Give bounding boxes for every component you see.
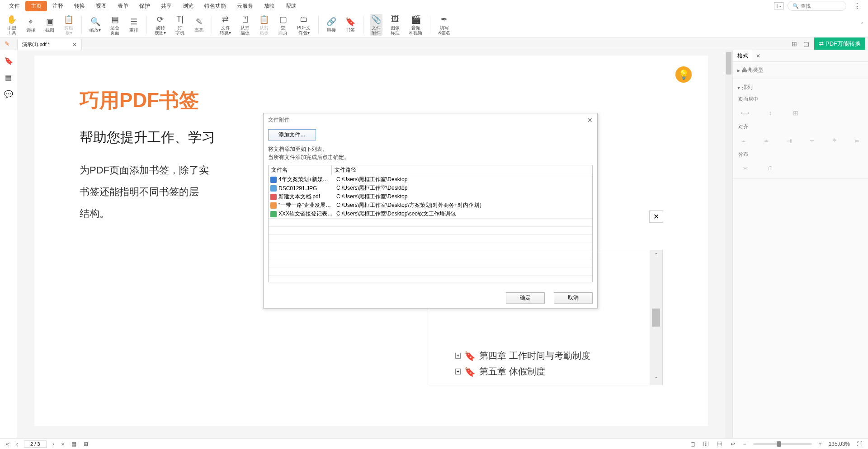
dropdown-icon[interactable]: ⫿▾ [774,2,784,9]
ribbon-空白页[interactable]: ▢空 白页 [277,14,289,36]
ribbon-缩放[interactable]: 🔍缩放▾ [88,16,102,33]
prev-page-icon[interactable]: ‹ [15,441,19,447]
ribbon-文件转换[interactable]: ⇄文件 转换▾ [218,14,232,36]
file-row[interactable]: DSC01291.JPGC:\Users\黑框工作室\Desktop [269,184,592,192]
tab-format[interactable]: 格式 [733,50,753,61]
highlight-tool-icon[interactable]: ✎ [5,40,10,47]
fullscreen-icon[interactable]: ⛶ [855,441,863,447]
ribbon-链接[interactable]: 🔗链接 [325,16,338,33]
ribbon-打字机[interactable]: T|打 字机 [174,14,186,36]
file-row[interactable]: 新建文本文档.pdfC:\Users\黑框工作室\Desktop [269,192,592,201]
align-right-icon[interactable]: ⫣ [784,136,793,145]
ribbon-适合页面[interactable]: ▤适合 页面 [108,14,121,36]
tip-icon[interactable]: 💡 [675,66,692,83]
align-middle-icon[interactable]: ⫩ [830,136,839,145]
ribbon-图像标注[interactable]: 🖼图像 标注 [389,14,401,36]
ribbon-PDF文件包[interactable]: 🗀PDF文 件包▾ [296,14,312,36]
menu-annotate[interactable]: 注释 [47,1,69,11]
menu-home[interactable]: 主页 [25,1,47,11]
menu-view[interactable]: 视图 [90,1,112,11]
section-highlight-type[interactable]: ▸ 高亮类型 [737,65,863,76]
dialog-close-icon[interactable]: ✕ [587,117,593,124]
center-v-icon[interactable]: ↕ [764,108,776,118]
comment-icon[interactable]: 💬 [4,90,13,98]
close-tab-icon[interactable]: ✕ [72,42,77,48]
zoom-label[interactable]: 135.03% [829,441,850,447]
ribbon-重排[interactable]: ☰重排 [127,16,140,33]
menu-convert[interactable]: 转换 [69,1,90,11]
view-wrap-icon[interactable]: ↩ [729,441,736,447]
ribbon-从剪贴板[interactable]: 📋从剪 贴板 [258,14,270,36]
more-icon[interactable]: ⋮ [850,2,864,10]
cancel-button[interactable]: 取消 [554,292,593,304]
chevron-down-icon[interactable]: ˅ [655,376,658,383]
next-page-icon[interactable]: › [51,441,56,447]
menu-form[interactable]: 表单 [112,1,134,11]
ribbon-文件附件[interactable]: 📎文件 附件 [370,14,382,36]
pdf-convert-button[interactable]: ⇄ PDF万能转换 [814,37,865,50]
ribbon-填写&签名[interactable]: ✒填写 &签名 [437,14,452,36]
file-row[interactable]: “一带一路”企业发展…C:\Users\黑框工作室\Desktop\方案策划(对… [269,201,592,210]
scroll-thumb[interactable] [726,52,731,75]
search-box[interactable]: 🔍 [788,1,846,11]
ribbon-旋转视图[interactable]: ⟳旋转 视图▾ [153,14,167,36]
search-input[interactable] [801,3,841,9]
ribbon-书签[interactable]: 🔖书签 [344,16,357,33]
file-row[interactable]: XXX软文链接登记表…C:\Users\黑框工作室\Desktop\seo软文工… [269,210,592,218]
status-page-icon[interactable]: ▤ [70,441,78,447]
distribute-v-icon[interactable]: ⫙ [764,163,776,173]
page-input[interactable] [24,440,47,448]
box-view-icon[interactable]: ▢ [802,39,811,49]
ribbon-音频&视频[interactable]: 🎬音频 & 视频 [408,14,424,36]
vertical-scrollbar[interactable] [725,50,732,438]
first-page-icon[interactable]: « [5,441,10,447]
ribbon-手型工具[interactable]: ✋手型 工具 [5,14,18,36]
col-filename[interactable]: 文件名 [269,165,332,175]
chevron-up-icon[interactable]: ˄ [655,252,658,259]
menu-help[interactable]: 帮助 [280,1,302,11]
add-file-button[interactable]: 添加文件… [268,129,316,140]
close-icon[interactable]: ✕ [649,210,663,223]
zoom-in-icon[interactable]: + [817,441,823,447]
align-center-icon[interactable]: ⫨ [762,136,771,145]
menu-feature[interactable]: 特色功能 [199,1,231,11]
align-top-icon[interactable]: ⫟ [807,136,816,145]
page-icon[interactable]: ▤ [5,73,12,82]
view-mode-1-icon[interactable]: ▢ [689,441,697,447]
menu-browse[interactable]: 浏览 [177,1,199,11]
inner-scrollbar[interactable]: ˄ ˅ [650,250,662,385]
menu-file[interactable]: 文件 [4,1,25,11]
file-row[interactable]: 4年文案策划+新媒…C:\Users\黑框工作室\Desktop [269,175,592,184]
view-mode-2-icon[interactable]: ⿲ [702,441,710,447]
menu-play[interactable]: 放映 [259,1,280,11]
align-bottom-icon[interactable]: ⫢ [853,136,862,145]
collapse-ribbon-icon[interactable]: ˄ [861,22,863,28]
close-panel-icon[interactable]: ✕ [753,53,763,59]
ribbon-剪贴板[interactable]: 📋剪贴 板▾ [62,14,75,36]
last-page-icon[interactable]: » [60,441,66,447]
distribute-h-icon[interactable]: ⫘ [739,163,751,173]
scroll-thumb[interactable] [652,309,660,327]
menu-share[interactable]: 共享 [156,1,177,11]
menu-cloud[interactable]: 云服务 [231,1,259,11]
status-layout-icon[interactable]: ⊞ [82,441,90,447]
col-filepath[interactable]: 文件路径 [332,165,592,175]
ok-button[interactable]: 确定 [506,292,545,304]
zoom-slider[interactable] [753,443,812,445]
ribbon-从扫描仪[interactable]: ⍞从扫 描仪 [239,14,251,36]
view-mode-3-icon[interactable]: ⿳ [716,441,724,447]
ribbon-高亮[interactable]: ✎高亮 [193,16,205,33]
section-arrange[interactable]: ▾ 排列 [737,82,863,93]
document-tab[interactable]: 演示(1).pdf * ✕ [17,39,82,50]
zoom-out-icon[interactable]: − [742,441,748,447]
center-h-icon[interactable]: ⟷ [739,108,751,118]
align-left-icon[interactable]: ⫠ [739,136,748,145]
bookmark-icon[interactable]: 🔖 [4,56,13,65]
grid-view-icon[interactable]: ⊞ [790,39,798,49]
file-table[interactable]: 文件名 文件路径 4年文案策划+新媒…C:\Users\黑框工作室\Deskto… [268,165,593,282]
dialog-titlebar[interactable]: 文件附件 ✕ [264,113,597,126]
ribbon-截图[interactable]: ▣截图 [43,16,56,33]
zoom-knob[interactable] [777,441,781,447]
menu-protect[interactable]: 保护 [134,1,156,11]
center-both-icon[interactable]: ⊞ [790,108,802,118]
